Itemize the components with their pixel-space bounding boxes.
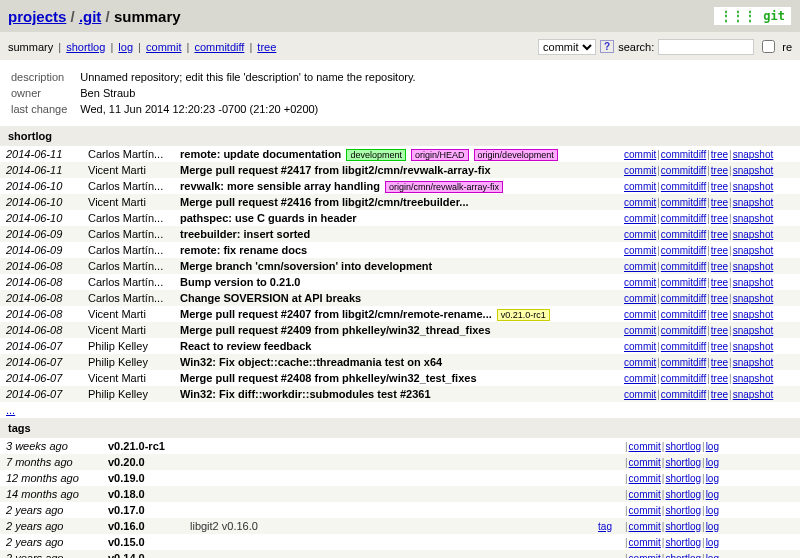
action-tree[interactable]: tree (711, 229, 728, 240)
action-snapshot[interactable]: snapshot (733, 213, 774, 224)
action-snapshot[interactable]: snapshot (733, 165, 774, 176)
commit-subject[interactable]: treebuilder: insert sorted (180, 228, 310, 240)
action-commit[interactable]: commit (624, 341, 656, 352)
action-commit[interactable]: commit (629, 537, 661, 548)
action-tree[interactable]: tree (711, 341, 728, 352)
action-log[interactable]: log (706, 553, 719, 559)
action-commit[interactable]: commit (629, 489, 661, 500)
nav-log[interactable]: log (118, 41, 133, 53)
tag-link[interactable]: tag (598, 521, 612, 532)
action-commitdiff[interactable]: commitdiff (661, 357, 706, 368)
ref-badge[interactable]: origin/HEAD (411, 149, 469, 161)
commit-subject[interactable]: pathspec: use C guards in header (180, 212, 357, 224)
action-tree[interactable]: tree (711, 261, 728, 272)
tag-name[interactable]: v0.16.0 (102, 518, 184, 534)
commit-subject[interactable]: Bump version to 0.21.0 (180, 276, 300, 288)
action-tree[interactable]: tree (711, 373, 728, 384)
action-snapshot[interactable]: snapshot (733, 261, 774, 272)
action-commitdiff[interactable]: commitdiff (661, 197, 706, 208)
action-snapshot[interactable]: snapshot (733, 357, 774, 368)
action-commitdiff[interactable]: commitdiff (661, 149, 706, 160)
action-shortlog[interactable]: shortlog (665, 505, 701, 516)
commit-subject[interactable]: Win32: Fix object::cache::threadmania te… (180, 356, 442, 368)
action-tree[interactable]: tree (711, 309, 728, 320)
action-snapshot[interactable]: snapshot (733, 341, 774, 352)
action-tree[interactable]: tree (711, 357, 728, 368)
action-commitdiff[interactable]: commitdiff (661, 309, 706, 320)
action-log[interactable]: log (706, 537, 719, 548)
action-commit[interactable]: commit (624, 165, 656, 176)
action-commitdiff[interactable]: commitdiff (661, 165, 706, 176)
commit-subject[interactable]: Merge pull request #2409 from phkelley/w… (180, 324, 491, 336)
action-log[interactable]: log (706, 489, 719, 500)
commit-subject[interactable]: Change SOVERSION at API breaks (180, 292, 361, 304)
action-commit[interactable]: commit (624, 149, 656, 160)
ref-badge[interactable]: origin/development (474, 149, 558, 161)
action-tree[interactable]: tree (711, 213, 728, 224)
action-tree[interactable]: tree (711, 149, 728, 160)
action-commit[interactable]: commit (624, 325, 656, 336)
git-logo[interactable]: ⋮⋮⋮ git (713, 6, 792, 26)
action-commit[interactable]: commit (624, 357, 656, 368)
action-snapshot[interactable]: snapshot (733, 197, 774, 208)
action-commit[interactable]: commit (624, 245, 656, 256)
tag-name[interactable]: v0.20.0 (102, 454, 184, 470)
action-commit[interactable]: commit (624, 309, 656, 320)
action-commit[interactable]: commit (624, 229, 656, 240)
shortlog-more[interactable]: ... (6, 404, 15, 416)
action-tree[interactable]: tree (711, 325, 728, 336)
action-shortlog[interactable]: shortlog (665, 489, 701, 500)
action-commitdiff[interactable]: commitdiff (661, 261, 706, 272)
action-commitdiff[interactable]: commitdiff (661, 277, 706, 288)
action-shortlog[interactable]: shortlog (665, 553, 701, 559)
action-commitdiff[interactable]: commitdiff (661, 213, 706, 224)
commit-subject[interactable]: remote: update documentation (180, 148, 341, 160)
action-commitdiff[interactable]: commitdiff (661, 389, 706, 400)
action-snapshot[interactable]: snapshot (733, 309, 774, 320)
search-type-select[interactable]: commit (538, 39, 596, 55)
action-shortlog[interactable]: shortlog (665, 441, 701, 452)
action-shortlog[interactable]: shortlog (665, 537, 701, 548)
help-icon[interactable]: ? (600, 40, 614, 53)
action-commit[interactable]: commit (624, 389, 656, 400)
action-tree[interactable]: tree (711, 197, 728, 208)
action-commit[interactable]: commit (624, 277, 656, 288)
commit-subject[interactable]: Merge branch 'cmn/soversion' into develo… (180, 260, 432, 272)
tag-name[interactable]: v0.14.0 (102, 550, 184, 558)
action-snapshot[interactable]: snapshot (733, 277, 774, 288)
commit-subject[interactable]: Win32: Fix diff::workdir::submodules tes… (180, 388, 431, 400)
action-commitdiff[interactable]: commitdiff (661, 293, 706, 304)
action-commit[interactable]: commit (624, 293, 656, 304)
tag-name[interactable]: v0.18.0 (102, 486, 184, 502)
action-commitdiff[interactable]: commitdiff (661, 373, 706, 384)
action-tree[interactable]: tree (711, 245, 728, 256)
action-log[interactable]: log (706, 441, 719, 452)
action-snapshot[interactable]: snapshot (733, 373, 774, 384)
action-shortlog[interactable]: shortlog (665, 457, 701, 468)
tag-name[interactable]: v0.15.0 (102, 534, 184, 550)
nav-tree[interactable]: tree (257, 41, 276, 53)
action-commit[interactable]: commit (629, 457, 661, 468)
breadcrumb-repo[interactable]: .git (79, 8, 102, 25)
action-commit[interactable]: commit (624, 373, 656, 384)
action-snapshot[interactable]: snapshot (733, 325, 774, 336)
ref-badge[interactable]: development (346, 149, 406, 161)
action-commitdiff[interactable]: commitdiff (661, 245, 706, 256)
commit-subject[interactable]: Merge pull request #2407 from libgit2/cm… (180, 308, 492, 320)
action-tree[interactable]: tree (711, 389, 728, 400)
search-input[interactable] (658, 39, 754, 55)
action-snapshot[interactable]: snapshot (733, 229, 774, 240)
action-commit[interactable]: commit (624, 181, 656, 192)
nav-commit[interactable]: commit (146, 41, 181, 53)
action-log[interactable]: log (706, 457, 719, 468)
action-snapshot[interactable]: snapshot (733, 389, 774, 400)
action-shortlog[interactable]: shortlog (665, 521, 701, 532)
regex-checkbox[interactable] (762, 40, 775, 53)
action-tree[interactable]: tree (711, 277, 728, 288)
action-commit[interactable]: commit (629, 521, 661, 532)
commit-subject[interactable]: Merge pull request #2417 from libgit2/cm… (180, 164, 491, 176)
action-commit[interactable]: commit (629, 505, 661, 516)
tag-name[interactable]: v0.19.0 (102, 470, 184, 486)
action-commitdiff[interactable]: commitdiff (661, 181, 706, 192)
commit-subject[interactable]: remote: fix rename docs (180, 244, 307, 256)
